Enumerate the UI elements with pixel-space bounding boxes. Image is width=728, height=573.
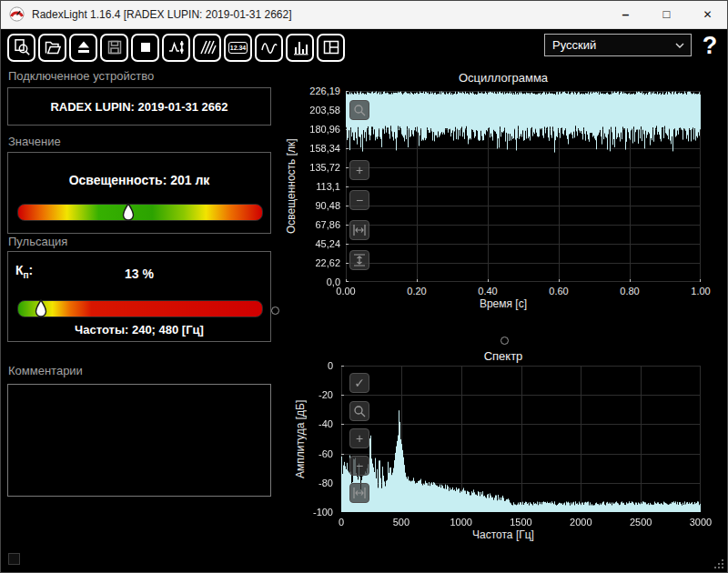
stop-button[interactable] [131, 34, 159, 62]
autoscale-button[interactable]: ✓ [349, 373, 369, 393]
maximize-button[interactable]: □ [646, 0, 687, 28]
panels-layout-icon [322, 38, 340, 56]
splitter-handle[interactable] [271, 307, 279, 315]
preview-button[interactable] [7, 34, 35, 62]
zoom-out-icon: − [356, 194, 363, 206]
x-tick-label: 0.40 [464, 286, 511, 297]
frequencies-label: Частоты: 240; 480 [Гц] [8, 323, 270, 337]
spectrum-xlabel: Частота [Гц] [282, 528, 724, 541]
help-button[interactable]: ? [695, 30, 724, 61]
pulsation-section-header: Пульсация [8, 235, 67, 248]
check-icon: ✓ [354, 377, 365, 389]
y-tick-label: 45,24 [286, 238, 340, 249]
zoom-in-button[interactable]: + [349, 428, 369, 448]
scale-marker-icon [35, 299, 47, 318]
value-panel: Освещенность: 201 лк [7, 152, 271, 234]
comments-textarea[interactable] [8, 385, 270, 496]
window-title: RadexLight 1.16.4 [RADEX LUPIN: 2019-01-… [32, 8, 292, 21]
y-tick-label: 135,72 [286, 162, 340, 173]
fit-vertical-icon [353, 254, 366, 266]
spectrum-ylabel: Амплитуда [дБ] [293, 366, 308, 512]
y-tick-label: -60 [293, 448, 333, 459]
comments-box [7, 384, 271, 497]
zoom-out-icon: − [356, 459, 363, 472]
x-tick-label: 0 [318, 517, 365, 528]
spectrum-plot[interactable] [341, 366, 701, 512]
wave-curve-icon [260, 38, 278, 56]
waveform-cursor-icon [167, 38, 186, 56]
bar-spectrum-icon [291, 38, 309, 56]
y-tick-label: 203,58 [286, 105, 340, 116]
spectrum-title: Спектр [282, 349, 724, 363]
status-icon [8, 553, 20, 565]
device-name: RADEX LUPIN: 2019-01-31 2662 [50, 100, 228, 114]
chevron-down-icon [675, 43, 684, 48]
y-tick-label: 22,62 [286, 257, 340, 268]
device-name-box: RADEX LUPIN: 2019-01-31 2662 [7, 87, 271, 126]
save-button[interactable] [100, 34, 128, 62]
magnifier-document-icon [13, 38, 31, 56]
pulsation-scale-bar [17, 300, 263, 317]
y-tick-label: 226,19 [286, 85, 340, 96]
fit-horizontal-button[interactable] [349, 220, 369, 240]
y-tick-label: -40 [293, 418, 333, 429]
spectrum-chart: Спектр Амплитуда [дБ] ✓ + − Частота [Гц]… [282, 346, 724, 551]
fit-horizontal-icon [353, 224, 366, 236]
x-tick-label: 1000 [438, 517, 485, 528]
zoom-in-icon: + [356, 164, 363, 176]
x-tick-label: 0.00 [322, 286, 369, 297]
zoom-in-icon: + [356, 432, 363, 445]
floppy-disk-icon [106, 38, 124, 56]
zoom-in-button[interactable]: + [349, 160, 369, 180]
fit-horizontal-button[interactable] [349, 483, 369, 503]
illuminance-reading: Освещенность: 201 лк [8, 173, 270, 187]
x-tick-label: 2500 [617, 517, 664, 528]
window-controls: – □ ✕ [605, 0, 728, 28]
fit-vertical-button[interactable] [349, 250, 369, 270]
minimize-button[interactable]: – [605, 0, 646, 28]
x-tick-label: 2000 [557, 517, 604, 528]
x-tick-label: 1.00 [677, 286, 724, 297]
magnifier-icon [353, 405, 366, 417]
kp-value: 13 % [8, 266, 270, 281]
zoom-select-button[interactable] [349, 100, 369, 120]
eject-icon [75, 38, 93, 56]
app-icon [9, 6, 25, 22]
layout-button[interactable] [317, 34, 345, 62]
comb-lines-icon [198, 38, 217, 56]
y-tick-label: 90,48 [286, 200, 340, 211]
splitter-handle[interactable] [500, 337, 509, 345]
language-select[interactable]: Русский [544, 34, 692, 56]
oscillogram-chart: Осциллограмма Освещенность [лк] + − Врем… [282, 67, 724, 309]
x-tick-label: 0.60 [535, 286, 582, 297]
spectrum-view-button[interactable] [286, 34, 314, 62]
zoom-select-button[interactable] [349, 401, 369, 421]
open-button[interactable] [38, 34, 66, 62]
close-button[interactable]: ✕ [687, 0, 728, 28]
eject-button[interactable] [69, 34, 97, 62]
y-tick-label: 113,1 [286, 181, 340, 192]
comments-section-header: Комментарии [8, 364, 83, 377]
scale-marker-icon [122, 203, 135, 222]
x-tick-label: 0.20 [393, 286, 440, 297]
value-section-header: Значение [8, 135, 61, 148]
zoom-out-button[interactable]: − [349, 190, 369, 210]
y-tick-label: 0 [293, 360, 333, 371]
y-tick-label: 158,34 [286, 143, 340, 154]
oscillogram-plot[interactable] [346, 91, 701, 282]
titlebar: RadexLight 1.16.4 [RADEX LUPIN: 2019-01-… [0, 0, 728, 29]
zoom-out-button[interactable]: − [349, 456, 369, 476]
filter-button[interactable] [193, 34, 221, 62]
measure-button[interactable] [162, 34, 190, 62]
y-tick-label: -20 [293, 389, 333, 400]
oscillogram-title: Осциллограмма [282, 71, 724, 85]
x-tick-label: 1500 [497, 517, 544, 528]
open-folder-icon [44, 38, 62, 56]
oscillogram-view-button[interactable] [255, 34, 283, 62]
pulsation-panel: Кп: 13 % Частоты: 240; 480 [Гц] [7, 251, 271, 342]
numeric-display-button[interactable]: 12.34 [224, 34, 252, 62]
x-tick-label: 0.80 [606, 286, 653, 297]
x-tick-label: 3000 [677, 517, 724, 528]
resize-grip-icon[interactable] [713, 558, 724, 569]
y-tick-label: -80 [293, 478, 333, 488]
